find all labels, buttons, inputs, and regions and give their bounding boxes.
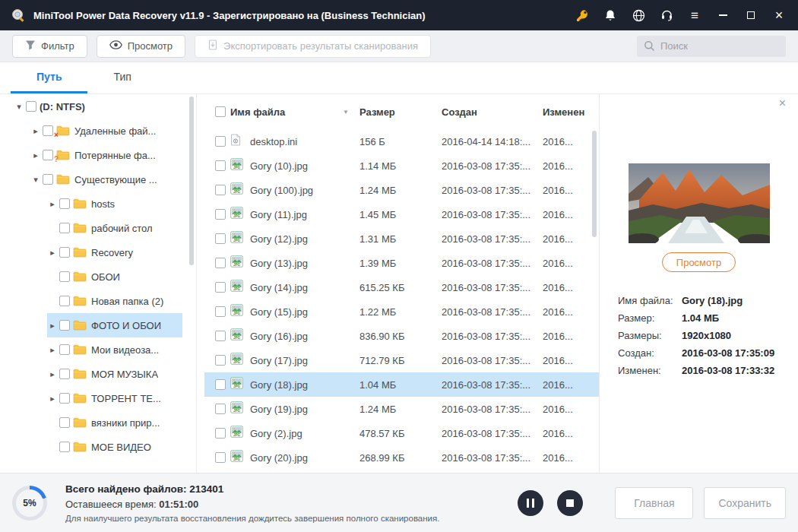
tree-checkbox[interactable]: [59, 198, 70, 209]
table-row[interactable]: JPG Gory (13).jpg 1.39 МБ 2016-03-08 17:…: [204, 251, 599, 275]
tree-checkbox[interactable]: [43, 174, 53, 185]
tree-checkbox[interactable]: [59, 417, 70, 428]
expander-icon[interactable]: ▸: [47, 321, 58, 331]
tree-item[interactable]: вязники прир...: [47, 410, 182, 435]
pause-button[interactable]: [518, 490, 543, 516]
select-all-checkbox[interactable]: [215, 106, 226, 117]
table-row[interactable]: JPG Gory (2).jpg 478.57 КБ 2016-03-08 17…: [204, 421, 599, 445]
tree-item[interactable]: ▸ Мои видеоза...: [47, 337, 182, 362]
table-row[interactable]: JPG Gory (17).jpg 712.79 КБ 2016-03-08 1…: [204, 348, 599, 372]
preview-toggle-button[interactable]: Просмотр: [97, 35, 185, 58]
tree-checkbox[interactable]: [59, 247, 70, 258]
row-checkbox[interactable]: [215, 282, 226, 293]
tree-checkbox[interactable]: [26, 101, 36, 112]
row-checkbox[interactable]: [215, 185, 226, 195]
tree-checkbox[interactable]: [43, 150, 53, 160]
globe-icon[interactable]: [630, 7, 647, 24]
row-checkbox[interactable]: [215, 404, 226, 414]
preview-close-icon[interactable]: ×: [779, 97, 786, 109]
row-checkbox[interactable]: [215, 209, 226, 220]
tree-item[interactable]: ▸ ТОРРЕНТ ТЕ...: [47, 386, 182, 410]
tree-checkbox[interactable]: [59, 296, 70, 306]
tree-item[interactable]: МОЕ ВИДЕО: [47, 435, 182, 459]
table-row[interactable]: JPG Gory (100).jpg 1.24 МБ 2016-03-08 17…: [204, 178, 599, 202]
table-row[interactable]: JPG Gory (15).jpg 1.22 МБ 2016-03-08 17:…: [204, 299, 599, 324]
tree-item[interactable]: ▸ ? Потерянные фа...: [30, 143, 182, 167]
row-checkbox[interactable]: [215, 160, 226, 171]
row-checkbox[interactable]: [215, 306, 226, 317]
tab-type[interactable]: Тип: [87, 62, 157, 93]
tree-item[interactable]: ▸ МОЯ МУЗЫКА: [47, 362, 182, 386]
save-button[interactable]: Сохранить: [704, 487, 786, 519]
row-checkbox[interactable]: [215, 136, 226, 147]
tree-item[interactable]: Новая папка (2): [47, 289, 182, 313]
tree-checkbox[interactable]: [59, 369, 70, 379]
table-row[interactable]: JPG Gory (20).jpg 268.99 КБ 2016-03-08 1…: [204, 445, 599, 470]
minimize-button[interactable]: [714, 7, 731, 24]
table-row[interactable]: JPG desktop.ini 156 Б 2016-04-14 14:18:.…: [204, 129, 599, 154]
tree-item[interactable]: ▸ × Удаленные фай...: [30, 119, 182, 143]
column-header-name[interactable]: Имя файла ▼: [230, 106, 359, 118]
column-header-modified[interactable]: Изменен: [543, 106, 599, 118]
row-checkbox[interactable]: [215, 258, 226, 268]
expander-icon[interactable]: ▸: [47, 199, 58, 209]
tab-path[interactable]: Путь: [11, 62, 87, 93]
expander-icon[interactable]: ▸: [30, 126, 41, 136]
row-checkbox[interactable]: [215, 355, 226, 366]
maximize-button[interactable]: [743, 7, 759, 24]
tree-checkbox[interactable]: [59, 393, 70, 404]
row-checkbox[interactable]: [215, 233, 226, 244]
table-row[interactable]: JPG Gory (19).jpg 1.24 МБ 2016-03-08 17:…: [204, 397, 599, 421]
tree-checkbox[interactable]: [43, 125, 53, 136]
tree-checkbox[interactable]: [59, 223, 70, 233]
table-row[interactable]: JPG Gory (18).jpg 1.04 МБ 2016-03-08 17:…: [204, 372, 599, 397]
tree-checkbox[interactable]: [59, 442, 70, 452]
license-key-icon[interactable]: [574, 7, 591, 24]
expander-icon[interactable]: ▸: [30, 150, 41, 160]
expander-icon[interactable]: ▸: [47, 345, 58, 355]
open-preview-button[interactable]: Просмотр: [662, 252, 736, 272]
close-button[interactable]: ×: [771, 7, 787, 24]
tree-item[interactable]: ▾ Существующие ...: [30, 167, 182, 192]
row-checkbox[interactable]: [215, 331, 226, 341]
bell-icon[interactable]: [602, 7, 619, 24]
search-input[interactable]: [637, 36, 786, 57]
column-header-size[interactable]: Размер: [359, 106, 442, 118]
table-scrollbar[interactable]: [592, 131, 597, 237]
tree-item[interactable]: ОБОИ: [47, 264, 182, 289]
sort-icon[interactable]: ▼: [343, 109, 349, 116]
column-header-created[interactable]: Создан: [442, 106, 543, 118]
stop-button[interactable]: [557, 490, 583, 516]
tree-item[interactable]: ▸ Recovery: [47, 240, 182, 264]
tree-item[interactable]: рабочий стол: [47, 216, 182, 240]
filter-button[interactable]: Фильтр: [12, 35, 87, 58]
tree-checkbox[interactable]: [59, 320, 70, 331]
tree-scrollbar[interactable]: [189, 97, 194, 265]
row-checkbox[interactable]: [215, 379, 226, 390]
tree-item[interactable]: ▾ (D: NTFS): [14, 94, 182, 119]
expander-icon[interactable]: ▸: [47, 248, 58, 258]
home-button[interactable]: Главная: [615, 487, 693, 519]
jpg-file-icon: JPG: [230, 231, 243, 246]
tree-checkbox[interactable]: [59, 271, 70, 282]
detail-label: Размер:: [618, 312, 682, 324]
table-row[interactable]: JPG Gory (11).jpg 1.45 МБ 2016-03-08 17:…: [204, 202, 599, 226]
export-results-button[interactable]: Экспортировать результаты сканирования: [195, 35, 431, 58]
table-row[interactable]: JPG Gory (14).jpg 615.25 КБ 2016-03-08 1…: [204, 275, 599, 299]
row-checkbox[interactable]: [215, 452, 226, 463]
expander-icon[interactable]: ▸: [47, 369, 58, 379]
headset-icon[interactable]: [658, 7, 675, 24]
expander-icon[interactable]: ▾: [30, 175, 41, 185]
tree-item[interactable]: ▸ hosts: [47, 192, 182, 216]
tree-item[interactable]: ▸ ФОТО И ОБОИ: [47, 313, 182, 337]
table-row[interactable]: JPG Gory (10).jpg 1.14 МБ 2016-03-08 17:…: [204, 154, 599, 178]
folder-icon: [73, 442, 87, 452]
expander-icon[interactable]: ▾: [14, 102, 24, 112]
row-checkbox[interactable]: [215, 428, 226, 439]
table-row[interactable]: JPG Gory (16).jpg 836.90 КБ 2016-03-08 1…: [204, 324, 599, 348]
expander-icon[interactable]: ▸: [47, 394, 58, 404]
table-row[interactable]: JPG Gory (12).jpg 1.31 МБ 2016-03-08 17:…: [204, 226, 599, 251]
tree-item-label: Потерянные фа...: [74, 150, 156, 161]
menu-icon[interactable]: ≡: [686, 7, 703, 24]
tree-checkbox[interactable]: [59, 344, 70, 355]
